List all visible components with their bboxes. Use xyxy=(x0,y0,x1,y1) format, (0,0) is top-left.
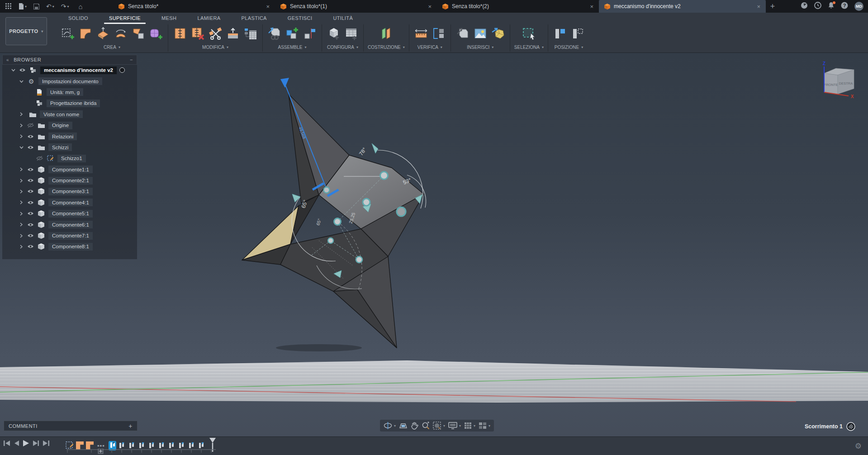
chevron-right-icon[interactable] xyxy=(18,199,25,206)
group-label-modifica[interactable]: MODIFICA▾ xyxy=(202,45,228,50)
redo-button[interactable]: ↷▾ xyxy=(61,3,69,10)
tree-item-label[interactable]: Componente8:1 xyxy=(48,243,93,251)
timeline-play-button[interactable] xyxy=(23,440,29,446)
grid-snap-button[interactable]: ▾ xyxy=(464,422,475,429)
tree-item-component1[interactable]: Componente1:1 xyxy=(2,164,137,175)
tree-item-sketches-folder[interactable]: Schizzi xyxy=(2,142,137,153)
tree-item-label[interactable]: Componente5:1 xyxy=(48,210,93,218)
tree-item-label[interactable]: Componente7:1 xyxy=(48,232,93,240)
create-form-button[interactable] xyxy=(148,25,164,42)
tab-document-2[interactable]: Senza titolo*(1) × xyxy=(275,0,437,13)
tab-close-icon[interactable]: × xyxy=(590,3,593,10)
tree-item-sketch1[interactable]: Schizzo1 xyxy=(2,153,137,164)
tree-item-label[interactable]: meccanismo d'innocente v2 xyxy=(40,66,117,74)
chevron-right-icon[interactable] xyxy=(18,166,25,173)
capture-position-button[interactable] xyxy=(552,25,568,42)
tab-document-active[interactable]: meccanismo d'innocente v2 × xyxy=(599,0,766,13)
tree-item-design-type[interactable]: Progettazione ibrida xyxy=(2,98,137,109)
chevron-right-icon[interactable] xyxy=(18,232,25,239)
chevron-down-icon[interactable] xyxy=(18,78,25,85)
chevron-down-icon[interactable] xyxy=(18,144,25,151)
timeline-skip-start-button[interactable] xyxy=(4,441,10,446)
new-component-button[interactable] xyxy=(285,25,300,42)
extend-button[interactable] xyxy=(225,25,241,42)
minimize-browser-icon[interactable]: − xyxy=(130,57,133,62)
tree-item-label[interactable]: Componente6:1 xyxy=(48,221,93,228)
tree-item-origin[interactable]: Origine xyxy=(2,120,137,131)
collapse-panel-icon[interactable]: « xyxy=(6,57,9,62)
project-menu-button[interactable]: PROGETTO▾ xyxy=(5,17,47,45)
chevron-right-icon[interactable] xyxy=(18,243,25,250)
group-label-seleziona[interactable]: SELEZIONA▾ xyxy=(514,45,544,50)
look-at-button[interactable] xyxy=(399,422,408,429)
ribbon-tab-lamiera[interactable]: LAMIERA xyxy=(187,14,231,22)
revolve-surface-button[interactable] xyxy=(113,25,128,42)
tree-item-label[interactable]: Componente4:1 xyxy=(48,199,93,206)
tree-item-component2[interactable]: Componente2:1 xyxy=(2,175,137,186)
visibility-eye-icon[interactable] xyxy=(19,66,26,74)
slider-joint[interactable] xyxy=(280,78,339,197)
tab-document-3[interactable]: Senza titolo*(2) × xyxy=(437,0,599,13)
undo-button[interactable]: ↶▾ xyxy=(46,3,54,10)
add-comment-button[interactable]: + xyxy=(128,422,133,430)
visibility-eye-icon[interactable] xyxy=(27,243,34,250)
stitch-button[interactable] xyxy=(172,25,188,42)
viewports-button[interactable]: ▾ xyxy=(479,422,490,429)
tree-item-named-views[interactable]: Viste con nome xyxy=(2,109,137,120)
tab-close-icon[interactable]: × xyxy=(266,3,270,10)
timeline-step-forward-button[interactable] xyxy=(33,441,39,446)
timeline-insert-marker[interactable] xyxy=(98,449,103,454)
measure-button[interactable] xyxy=(413,25,429,42)
fillet-surface-button[interactable] xyxy=(78,25,93,42)
file-menu-button[interactable]: ▾ xyxy=(19,3,27,9)
tree-item-label[interactable]: Componente1:1 xyxy=(48,166,93,173)
tree-item-label[interactable]: Progettazione ibrida xyxy=(47,100,100,107)
visibility-off-eye-icon[interactable] xyxy=(36,155,43,162)
chevron-right-icon[interactable] xyxy=(18,133,25,140)
job-status-icon[interactable] xyxy=(814,2,821,11)
ribbon-tab-gestisci[interactable]: GESTISCI xyxy=(277,14,323,22)
trim-button[interactable] xyxy=(208,25,223,42)
configure-button[interactable] xyxy=(326,25,342,42)
ribbon-tab-utilita[interactable]: UTILITÀ xyxy=(323,14,363,22)
viewcube-front-face[interactable]: FRONTE xyxy=(824,83,838,87)
tree-item-label[interactable]: Viste con nome xyxy=(40,110,83,118)
visibility-eye-icon[interactable] xyxy=(27,210,34,217)
create-sketch-button[interactable] xyxy=(60,25,76,42)
tree-item-root[interactable]: meccanismo d'innocente v2 xyxy=(2,65,137,76)
select-button[interactable] xyxy=(521,25,536,42)
viewcube-right-face[interactable]: DESTRA xyxy=(839,81,853,85)
canvas-image-button[interactable] xyxy=(473,25,488,42)
ribbon-tab-superficie[interactable]: SUPERFICIE xyxy=(99,14,151,22)
chevron-right-icon[interactable] xyxy=(18,188,25,195)
orbit-button[interactable]: ▾ xyxy=(384,422,396,430)
tree-item-label[interactable]: Componente2:1 xyxy=(48,177,93,185)
construction-plane-button[interactable] xyxy=(379,25,394,42)
new-tab-button[interactable]: + xyxy=(766,0,779,13)
group-label-verifica[interactable]: VERIFICA▾ xyxy=(417,45,442,50)
tree-item-label[interactable]: Origine xyxy=(48,122,72,129)
fit-button[interactable]: ▾ xyxy=(433,422,445,430)
insert-mesh-button[interactable] xyxy=(490,25,506,42)
chevron-right-icon[interactable] xyxy=(18,122,25,129)
timeline-settings-gear-icon[interactable]: ⚙ xyxy=(855,441,862,451)
tree-item-label[interactable]: Unità: mm, g xyxy=(47,88,83,96)
chevron-right-icon[interactable] xyxy=(18,210,25,217)
extrude-surface-button[interactable] xyxy=(95,25,111,42)
comments-panel[interactable]: COMMENTI + xyxy=(4,421,138,431)
tab-document-1[interactable]: Senza titolo* × xyxy=(113,0,275,13)
tree-item-component6[interactable]: Componente6:1 xyxy=(2,219,137,230)
tree-item-component4[interactable]: Componente4:1 xyxy=(2,197,137,208)
timeline-step-back-button[interactable] xyxy=(14,441,19,446)
chevron-right-icon[interactable] xyxy=(18,221,25,228)
save-icon[interactable] xyxy=(33,4,39,9)
group-label-assemble[interactable]: ASSEMBLE▾ xyxy=(278,45,307,50)
tree-item-label[interactable]: Componente3:1 xyxy=(48,188,93,195)
notifications-bell-icon[interactable] xyxy=(828,2,835,11)
ribbon-tab-plastica[interactable]: PLASTICA xyxy=(231,14,277,22)
tree-item-label[interactable]: Schizzo1 xyxy=(57,155,86,162)
pan-button[interactable] xyxy=(411,422,418,430)
scroll-marker-icon[interactable] xyxy=(846,422,855,431)
extensions-icon[interactable] xyxy=(801,2,808,11)
patch-button[interactable] xyxy=(131,25,146,42)
